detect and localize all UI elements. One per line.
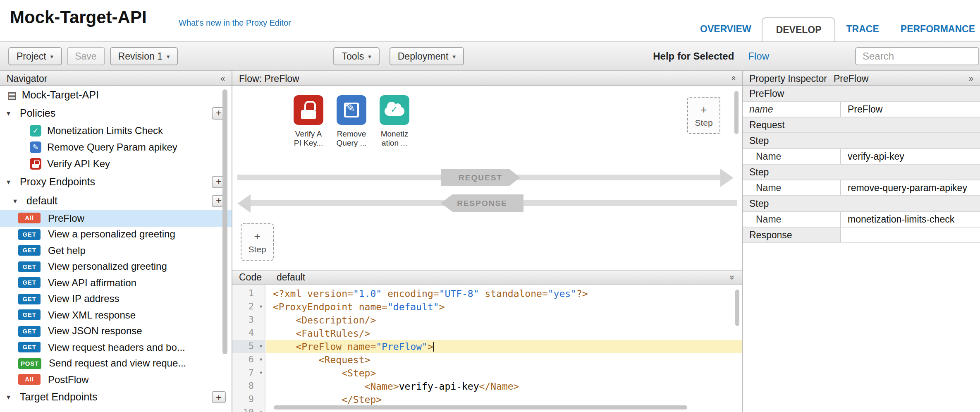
method-badge: GET [18, 261, 41, 272]
response-label: RESPONSE [441, 194, 523, 212]
tab-overview[interactable]: OVERVIEW [689, 17, 762, 41]
nav-flow-view-ip-address[interactable]: GETView IP address [0, 291, 232, 307]
page-title: Mock-Target-API [10, 7, 147, 27]
code-vertical-scrollbar[interactable] [735, 290, 739, 326]
deployment-button[interactable]: Deployment ▾ [390, 47, 464, 65]
nav-subsection-default[interactable]: ▾default+ [0, 191, 232, 210]
nav-label: Policies [20, 107, 55, 119]
tab-develop[interactable]: DEVELOP [762, 17, 836, 41]
tab-performance[interactable]: PERFORMANCE [890, 17, 980, 41]
fold-arrow-icon[interactable]: ▾ [259, 366, 263, 380]
inspector-key: name [743, 102, 841, 117]
inspector-section-request: Request [743, 117, 980, 133]
whats-new-link[interactable]: What's new in the Proxy Editor [179, 18, 291, 27]
navigator-panel: Navigator « ▤Mock-Target-API▾Policies+✓M… [0, 71, 232, 412]
save-button[interactable]: Save [67, 47, 105, 65]
help-flow-link[interactable]: Flow [748, 50, 769, 62]
code-editor[interactable]: 12▾345▾6▾7▾8910▾ <?xml version="1.0" enc… [232, 285, 742, 412]
code-lines: <?xml version="1.0" encoding="UTF-8" sta… [266, 287, 742, 412]
flow-header: Flow: PreFlow » [232, 71, 742, 86]
nav-label: Get help [48, 245, 86, 256]
policy-step-1[interactable]: Verify API Key... [285, 95, 332, 147]
nav-flow-view-request-headers-and-bo[interactable]: GETView request headers and bo... [0, 339, 232, 355]
inspector-value[interactable]: monetization-limits-check [841, 212, 980, 227]
gutter-line-8: 8 [232, 380, 265, 393]
nav-flow-get-help[interactable]: GETGet help [0, 242, 232, 259]
nav-policy-monetization-limits-check[interactable]: ✓Monetization Limits Check [0, 122, 232, 139]
nav-label: Mock-Target-API [22, 89, 99, 101]
method-badge: GET [18, 294, 41, 304]
add-step-button-top[interactable]: + Step [687, 97, 720, 134]
code-line-8[interactable]: <Name>verify-api-key</Name> [266, 380, 742, 393]
code-horizontal-scrollbar[interactable] [274, 405, 687, 410]
collapse-navigator-icon[interactable]: « [220, 74, 225, 83]
nav-flow-view-json-response[interactable]: GETView JSON response [0, 323, 232, 339]
tab-trace[interactable]: TRACE [836, 17, 890, 41]
nav-flow-view-a-personalized-greeting[interactable]: GETView a personalized greeting [0, 226, 232, 242]
search-input[interactable] [855, 47, 979, 65]
nav-section-policies[interactable]: ▾Policies+ [0, 103, 232, 122]
collapse-code-icon[interactable]: » [728, 275, 737, 279]
gutter-line-1: 1 [232, 287, 265, 300]
policy-step-2[interactable]: ✎RemoveQuery ... [328, 95, 375, 147]
tab-bar: OVERVIEW DEVELOP TRACE PERFORMANCE [689, 17, 980, 41]
nav-label: Remove Query Param apikey [47, 141, 177, 153]
toolbar: Project ▾ Save Revision 1 ▾ Tools ▾ Depl… [0, 41, 980, 71]
code-line-7[interactable]: <Step> [266, 366, 742, 380]
revision-button[interactable]: Revision 1 ▾ [110, 47, 178, 65]
project-button[interactable]: Project ▾ [8, 47, 62, 65]
inspector-value[interactable]: remove-query-param-apikey [841, 180, 980, 195]
code-line-2[interactable]: <ProxyEndpoint name="default"> [266, 300, 742, 314]
nav-root-mock-target-api[interactable]: ▤Mock-Target-API [0, 86, 232, 103]
nav-label: Proxy Endpoints [20, 176, 95, 187]
nav-section-target-endpoints[interactable]: ▾Target Endpoints+ [0, 388, 232, 407]
disclosure-triangle-icon[interactable]: ▾ [7, 109, 15, 117]
inspector-value[interactable]: PreFlow [841, 102, 980, 117]
code-line-3[interactable]: <Description/> [266, 314, 742, 327]
navigator-header: Navigator « [0, 71, 232, 86]
inspector-value[interactable] [841, 228, 980, 242]
expand-inspector-icon[interactable]: » [969, 74, 973, 83]
disclosure-triangle-icon[interactable]: ▾ [7, 177, 15, 186]
navigator-scrollbar[interactable] [222, 89, 227, 354]
policy-step-label: Monetization ... [371, 130, 418, 147]
nav-policy-remove-query-param-apikey[interactable]: ✎Remove Query Param apikey [0, 139, 232, 156]
nav-label: PreFlow [48, 213, 84, 224]
code-line-9[interactable]: </Step> [266, 393, 742, 406]
disclosure-triangle-icon[interactable]: ▾ [7, 393, 15, 401]
nav-policy-verify-api-key[interactable]: Verify API Key [0, 156, 232, 172]
nav-label: Target Endpoints [20, 391, 98, 403]
fold-arrow-icon[interactable]: ▾ [259, 353, 263, 366]
nav-flow-preflow[interactable]: AllPreFlow [0, 210, 232, 226]
code-line-1[interactable]: <?xml version="1.0" encoding="UTF-8" sta… [266, 287, 742, 300]
add-step-button-bottom[interactable]: + Step [241, 223, 274, 261]
inspector-key: Response [743, 228, 841, 242]
disclosure-triangle-icon[interactable]: ▾ [13, 196, 22, 205]
fold-arrow-icon[interactable]: ▾ [259, 300, 263, 314]
inspector-key: Name [743, 180, 841, 195]
property-inspector-header: Property Inspector PreFlow » [743, 71, 980, 86]
flow-scrollbar[interactable] [734, 91, 739, 134]
nav-label: default [26, 195, 57, 206]
policy-step-3[interactable]: ✓Monetization ... [371, 95, 418, 147]
toolbar-right: Help for Selected Flow [653, 47, 980, 65]
tools-button[interactable]: Tools ▾ [334, 47, 380, 65]
collapse-flow-icon[interactable]: » [728, 76, 737, 80]
inspector-value[interactable]: verify-api-key [841, 149, 980, 164]
nav-flow-view-xml-response[interactable]: GETView XML response [0, 307, 232, 323]
code-line-6[interactable]: <Request> [266, 353, 742, 366]
code-line-5[interactable]: <PreFlow name="PreFlow"> [266, 340, 742, 353]
nav-label: View request headers and bo... [48, 342, 185, 353]
fold-arrow-icon[interactable]: ▾ [259, 340, 263, 353]
request-label: REQUEST [441, 169, 520, 186]
add-button[interactable]: + [212, 391, 226, 403]
plus-icon: + [700, 104, 707, 115]
nav-flow-postflow[interactable]: AllPostFlow [0, 371, 232, 388]
method-badge: GET [18, 342, 41, 353]
nav-flow-view-api-affirmation[interactable]: GETView API affirmation [0, 275, 232, 291]
code-line-4[interactable]: <FaultRules/> [266, 327, 742, 340]
nav-flow-send-request-and-view-reque[interactable]: POSTSend request and view reque... [0, 355, 232, 371]
nav-flow-view-personalized-greeting[interactable]: GETView personalized greeting [0, 259, 232, 275]
nav-section-proxy-endpoints[interactable]: ▾Proxy Endpoints+ [0, 172, 232, 191]
fold-arrow-icon[interactable]: ▾ [259, 406, 263, 412]
